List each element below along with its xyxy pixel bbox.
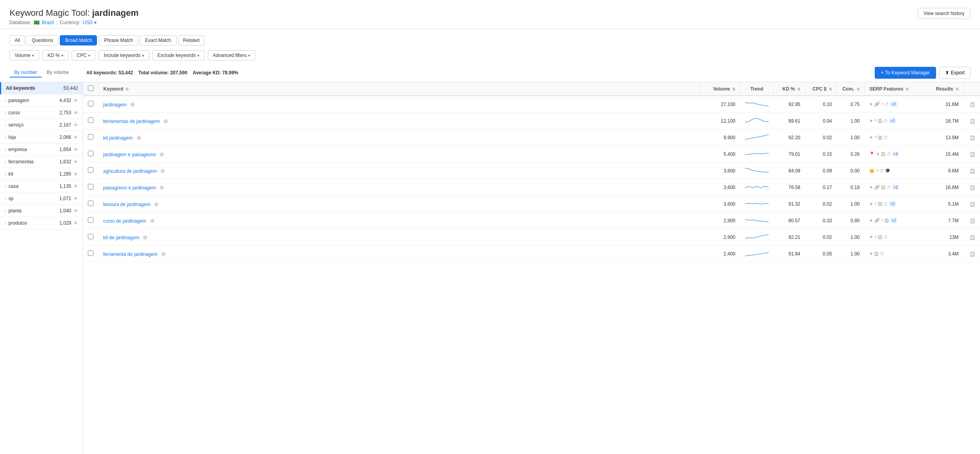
col-com[interactable]: Com. ⇅ <box>837 82 864 96</box>
add-to-list-button[interactable]: ⊕ <box>143 234 148 240</box>
row-checkbox[interactable] <box>88 234 93 239</box>
col-trend[interactable]: Trend <box>740 82 773 96</box>
tab-broad-match[interactable]: Broad Match <box>60 35 97 45</box>
select-all-checkbox[interactable] <box>88 85 93 91</box>
keyword-link[interactable]: jardinagem <box>103 102 127 108</box>
col-cpc[interactable]: CPC $ ⇅ <box>805 82 837 96</box>
sidebar-item-paisagem[interactable]: › paisagem 4,432 👁 <box>0 95 83 107</box>
eye-icon[interactable]: 👁 <box>74 172 78 176</box>
copy-icon[interactable]: 📋 <box>970 252 975 256</box>
keyword-link[interactable]: kit de jardinagem <box>103 235 139 240</box>
eye-icon[interactable]: 👁 <box>74 159 78 164</box>
keyword-manager-button[interactable]: + To Keyword Manager <box>875 67 936 79</box>
eye-icon[interactable]: 👁 <box>74 110 78 115</box>
row-checkbox[interactable] <box>88 101 93 106</box>
row-checkbox[interactable] <box>88 151 93 156</box>
serp-plus: +4 <box>892 151 899 157</box>
add-to-list-button[interactable]: ⊕ <box>160 184 164 191</box>
add-to-list-button[interactable]: ⊕ <box>161 251 166 257</box>
add-to-list-button[interactable]: ⊕ <box>130 101 135 108</box>
col-kd[interactable]: KD % ⇅ <box>773 82 805 96</box>
copy-icon[interactable]: 📋 <box>970 152 975 157</box>
keyword-link[interactable]: paisagismo e jardinagem <box>103 185 156 191</box>
table-header-row: Keyword ⇅ Volume ⇅ Trend KD % ⇅ CPC $ ⇅ … <box>83 82 980 96</box>
sort-tab-by-number[interactable]: By number <box>9 68 42 78</box>
eye-icon[interactable]: 👁 <box>74 123 78 127</box>
keyword-link[interactable]: tesoura de jardinagem <box>103 202 150 207</box>
copy-icon[interactable]: 📋 <box>970 218 975 223</box>
tab-related[interactable]: Related <box>178 35 205 45</box>
row-checkbox[interactable] <box>88 134 93 140</box>
database-value[interactable]: Brazil <box>42 20 54 25</box>
sidebar-item-empresa[interactable]: › empresa 1,654 👁 <box>0 144 83 156</box>
copy-icon[interactable]: 📋 <box>970 102 975 107</box>
export-button[interactable]: ⬆ Export <box>939 67 971 79</box>
chevron-right-icon: › <box>5 184 6 189</box>
eye-icon[interactable]: 👁 <box>74 221 78 225</box>
tab-phrase-match[interactable]: Phrase Match <box>99 35 138 45</box>
tab-questions[interactable]: Questions <box>27 35 58 45</box>
row-checkbox[interactable] <box>88 217 93 223</box>
view-history-button[interactable]: View search history <box>917 8 971 19</box>
row-checkbox[interactable] <box>88 117 93 123</box>
copy-icon[interactable]: 📋 <box>970 185 975 190</box>
copy-icon[interactable]: 📋 <box>970 202 975 206</box>
col-results[interactable]: Results ⇅ <box>928 82 963 96</box>
sidebar-item-loja[interactable]: › loja 2,066 👁 <box>0 131 83 144</box>
eye-icon[interactable]: 👁 <box>74 147 78 152</box>
keyword-link[interactable]: ferramentas de jardinagem <box>103 119 160 124</box>
row-checkbox[interactable] <box>88 167 93 173</box>
copy-icon[interactable]: 📋 <box>970 119 975 123</box>
filter-advanced-filters[interactable]: Advanced filters▾ <box>208 50 255 61</box>
copy-icon[interactable]: 📋 <box>970 168 975 173</box>
eye-icon[interactable]: 👁 <box>74 196 78 201</box>
sort-tab-by-volume[interactable]: By volume <box>42 68 74 78</box>
copy-icon[interactable]: 📋 <box>970 135 975 140</box>
keyword-link[interactable]: curso de jardinagem <box>103 218 146 224</box>
currency-value[interactable]: USD ▾ <box>83 20 97 25</box>
col-volume[interactable]: Volume ⇅ <box>701 82 740 96</box>
row-checkbox[interactable] <box>88 184 93 189</box>
eye-icon[interactable]: 👁 <box>74 98 78 103</box>
sidebar-item-servico[interactable]: › serviço 2,167 👁 <box>0 119 83 131</box>
sidebar-item-sp[interactable]: › sp 1,071 👁 <box>0 193 83 205</box>
col-serp[interactable]: SERP Features ⇅ <box>864 82 928 96</box>
kd-cell: 76.58 <box>773 179 805 196</box>
row-checkbox-cell <box>83 196 99 212</box>
eye-icon[interactable]: 👁 <box>74 135 78 140</box>
serp-icon: 🖼 <box>874 252 879 256</box>
sidebar-item-curso[interactable]: › curso 2,753 👁 <box>0 107 83 119</box>
add-to-list-button[interactable]: ⊕ <box>154 201 159 207</box>
sidebar-item-produtos[interactable]: › produtos 1,029 👁 <box>0 217 83 229</box>
keyword-link[interactable]: jardinagem e paisagismo <box>103 152 156 157</box>
add-to-list-button[interactable]: ⊕ <box>150 218 155 224</box>
tab-all[interactable]: All <box>9 35 25 45</box>
add-to-list-button[interactable]: ⊕ <box>160 151 164 157</box>
copy-icon[interactable]: 📋 <box>970 235 975 240</box>
currency-label: Currency: <box>60 20 80 25</box>
row-checkbox[interactable] <box>88 201 93 206</box>
filter-exclude-keywords[interactable]: Exclude keywords▾ <box>152 50 205 61</box>
keyword-link[interactable]: ferramenta de jardinagem <box>103 252 158 257</box>
add-to-list-button[interactable]: ⊕ <box>137 134 141 141</box>
filter-volume[interactable]: Volume▾ <box>9 50 39 61</box>
eye-icon[interactable]: 👁 <box>74 184 78 189</box>
tab-exact-match[interactable]: Exact Match <box>140 35 176 45</box>
keyword-link[interactable]: kit jardinagem <box>103 135 133 141</box>
sidebar-item-planta[interactable]: › planta 1,040 👁 <box>0 205 83 217</box>
sidebar-item-ferramentas[interactable]: › ferramentas 1,632 👁 <box>0 156 83 168</box>
filter-kd[interactable]: KD %▾ <box>42 50 68 61</box>
add-to-list-button[interactable]: ⊕ <box>163 118 168 124</box>
filter-cpc[interactable]: CPC▾ <box>72 50 95 61</box>
sidebar-all-keywords[interactable]: All keywords 53,442 <box>0 82 83 95</box>
sidebar-item-casa[interactable]: › casa 1,135 👁 <box>0 180 83 193</box>
filter-include-keywords[interactable]: Include keywords▾ <box>99 50 149 61</box>
chevron-down-icon: ▾ <box>61 53 63 58</box>
eye-icon[interactable]: 👁 <box>74 208 78 213</box>
add-to-list-button[interactable]: ⊕ <box>160 168 165 174</box>
sidebar-item-kit[interactable]: › kit 1,285 👁 <box>0 168 83 180</box>
row-checkbox[interactable] <box>88 250 93 256</box>
col-keyword[interactable]: Keyword ⇅ <box>99 82 701 96</box>
keyword-link[interactable]: agricultura de jardinagem <box>103 168 157 174</box>
row-checkbox-cell <box>83 229 99 246</box>
